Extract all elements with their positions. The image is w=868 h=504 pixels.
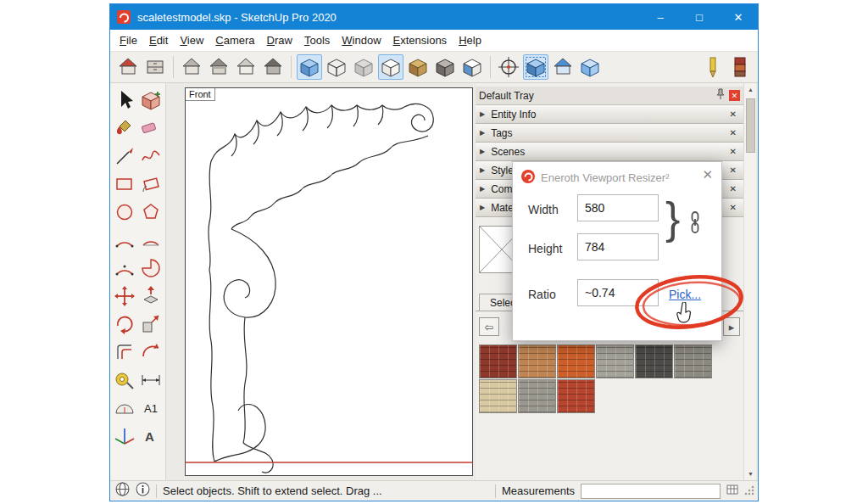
measurements-input[interactable]: [581, 484, 721, 499]
style-back-edges-icon[interactable]: [459, 54, 485, 80]
menu-camera[interactable]: Camera: [209, 31, 260, 50]
scroll-up-icon[interactable]: ▲: [744, 83, 757, 96]
material-swatch-shingle-gray[interactable]: [674, 344, 712, 378]
tray-scrollbar[interactable]: ▲ ▼: [743, 83, 756, 480]
minimize-button[interactable]: –: [641, 4, 680, 30]
view-iso-house-icon[interactable]: [179, 54, 204, 80]
material-swatch-brick-tan[interactable]: [518, 344, 556, 378]
chevron-right-icon: ▶: [480, 204, 485, 211]
paint-bucket-tool[interactable]: [112, 114, 138, 142]
menu-view[interactable]: View: [174, 31, 209, 50]
eraser-tool[interactable]: [138, 114, 164, 142]
height-input[interactable]: [577, 233, 659, 260]
view-top-house-icon[interactable]: [206, 54, 231, 80]
material-swatch-shingle-orange[interactable]: [557, 344, 595, 378]
link-chain-icon[interactable]: [689, 211, 701, 237]
walk-house-icon[interactable]: [550, 54, 576, 80]
circle-tool[interactable]: [112, 198, 138, 226]
svg-text:A1: A1: [144, 402, 158, 415]
tray-section-tags[interactable]: ▶Tags✕: [476, 124, 743, 143]
section-close-icon[interactable]: ✕: [727, 128, 739, 137]
rectangle-tool[interactable]: [112, 170, 138, 198]
dimension-tool[interactable]: [138, 366, 164, 394]
menu-edit[interactable]: Edit: [143, 31, 174, 50]
three-point-arc-tool[interactable]: [112, 254, 138, 282]
material-swatch-row: [479, 344, 743, 378]
rotate-tool[interactable]: [112, 310, 138, 338]
two-point-arc-tool[interactable]: [138, 226, 164, 254]
tray-section-scenes[interactable]: ▶Scenes✕: [476, 143, 743, 161]
back-arrow-button[interactable]: ⇦: [479, 317, 499, 336]
polygon-tool[interactable]: [138, 198, 164, 226]
model-viewport[interactable]: Front: [185, 87, 473, 476]
freehand-tool[interactable]: [138, 142, 164, 170]
menu-draw[interactable]: Draw: [261, 31, 298, 50]
tray-close-icon[interactable]: ✕: [729, 90, 740, 101]
menu-file[interactable]: File: [114, 31, 143, 50]
maximize-button[interactable]: □: [680, 4, 719, 30]
style-wireframe-icon[interactable]: [324, 54, 349, 80]
scroll-down-icon[interactable]: ▼: [744, 468, 757, 480]
menu-window[interactable]: Window: [336, 31, 387, 50]
text-tool[interactable]: A1: [138, 394, 164, 422]
open-model-icon[interactable]: [142, 54, 168, 80]
style-monochrome-icon[interactable]: [432, 54, 458, 80]
axes-tool[interactable]: [112, 422, 138, 450]
menu-extensions[interactable]: Extensions: [387, 31, 453, 50]
close-button[interactable]: ✕: [719, 4, 758, 30]
tray-section-entity-info[interactable]: ▶Entity Info✕: [476, 105, 743, 124]
push-pull-tool[interactable]: [138, 282, 164, 310]
line-tool[interactable]: [112, 142, 138, 170]
material-swatch-roof-tile-red[interactable]: [557, 379, 595, 413]
pie-tool[interactable]: [138, 254, 164, 282]
new-template-icon[interactable]: [115, 54, 141, 80]
pencil-toolbar-icon[interactable]: [700, 54, 726, 80]
geolocation-icon[interactable]: [115, 482, 130, 500]
grid-icon[interactable]: [726, 484, 738, 499]
style-hidden-line-icon[interactable]: [378, 54, 403, 80]
section-close-icon[interactable]: ✕: [727, 147, 739, 156]
follow-me-tool[interactable]: [138, 338, 164, 366]
rotated-rectangle-tool[interactable]: [138, 170, 164, 198]
style-xray-icon[interactable]: [351, 54, 376, 80]
section-close-icon[interactable]: ✕: [727, 203, 739, 212]
section-close-icon[interactable]: ✕: [727, 165, 739, 175]
pick-link[interactable]: Pick...: [669, 288, 701, 301]
style-shaded-icon[interactable]: [297, 54, 322, 80]
titlebar[interactable]: scaletestmodel.skp - SketchUp Pro 2020 –…: [110, 4, 758, 30]
menu-tools[interactable]: Tools: [298, 31, 336, 50]
material-swatch-brick-beige[interactable]: [479, 379, 517, 413]
section-cube-icon[interactable]: [577, 54, 603, 80]
section-close-icon[interactable]: ✕: [727, 184, 739, 193]
3d-text-tool[interactable]: A: [138, 422, 164, 450]
forward-arrow-button[interactable]: ▸: [723, 317, 740, 336]
select-tool[interactable]: [112, 86, 138, 114]
info-icon[interactable]: [136, 482, 150, 500]
material-swatch-slate-dark[interactable]: [635, 344, 673, 378]
ratio-input[interactable]: [577, 279, 659, 306]
menu-help[interactable]: Help: [453, 31, 487, 50]
material-swatch-stone-gray[interactable]: [596, 344, 634, 378]
pin-icon[interactable]: [715, 88, 726, 103]
paint-stack-icon[interactable]: [727, 54, 753, 80]
move-tool[interactable]: [112, 282, 138, 310]
scroll-thumb[interactable]: [746, 98, 755, 153]
tape-measure-tool[interactable]: [112, 366, 138, 394]
arc-tool[interactable]: [112, 226, 138, 254]
make-component-tool[interactable]: [138, 86, 164, 114]
style-textured-icon[interactable]: [405, 54, 431, 80]
view-back-house-icon[interactable]: [260, 54, 286, 80]
material-swatch-stone-light-gray[interactable]: [518, 379, 556, 413]
section-close-icon[interactable]: ✕: [727, 109, 739, 119]
width-input[interactable]: [577, 194, 659, 221]
material-swatch-brick-dark-red[interactable]: [479, 344, 517, 378]
status-hint: Select objects. Shift to extend select. …: [163, 484, 382, 497]
offset-tool[interactable]: [112, 338, 138, 366]
selected-cube-icon[interactable]: [523, 54, 548, 80]
dialog-close-icon[interactable]: ✕: [702, 167, 713, 182]
position-camera-icon[interactable]: [496, 54, 521, 80]
view-front-house-icon[interactable]: [233, 54, 259, 80]
resize-grip-icon[interactable]: [744, 484, 754, 499]
scale-tool[interactable]: [138, 310, 164, 338]
protractor-tool[interactable]: [112, 394, 138, 422]
